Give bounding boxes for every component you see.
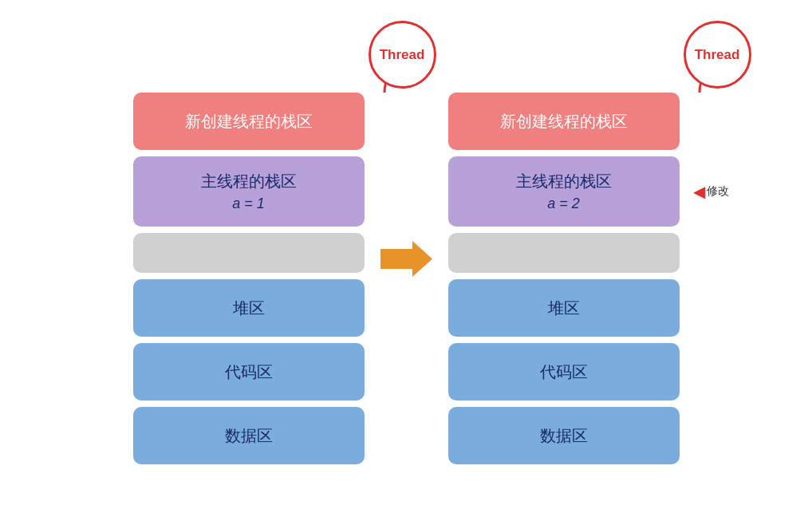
left-data-block: 数据区 xyxy=(133,407,365,464)
left-thread-label: Thread xyxy=(380,47,425,63)
right-main-thread-sublabel: a = 2 xyxy=(547,195,580,212)
modify-annotation: ◀ 修改 xyxy=(693,182,729,201)
left-main-thread-sublabel: a = 1 xyxy=(232,195,265,212)
left-heap-label: 堆区 xyxy=(233,298,265,319)
right-thread-badge-area: Thread xyxy=(656,25,743,100)
left-thread-circle: Thread xyxy=(369,21,436,89)
right-data-block: 数据区 xyxy=(448,407,680,464)
left-thread-badge-area: Thread xyxy=(341,25,428,100)
transition-arrow xyxy=(380,237,432,281)
left-main-thread-block: 主线程的栈区 a = 1 xyxy=(133,156,365,227)
right-memory-diagram: 新创建线程的栈区 主线程的栈区 a = 2 ◀ 修改 堆区 代码区 xyxy=(448,93,680,464)
right-heap-label: 堆区 xyxy=(548,298,580,319)
left-code-block: 代码区 xyxy=(133,343,365,401)
right-thread-circle: Thread xyxy=(684,21,751,89)
right-main-thread-label: 主线程的栈区 xyxy=(516,171,612,192)
left-heap-block: 堆区 xyxy=(133,279,365,337)
left-memory-diagram: 新创建线程的栈区 主线程的栈区 a = 1 堆区 代码区 数据区 xyxy=(133,93,365,464)
right-thread-label: Thread xyxy=(695,47,740,63)
modify-label: 修改 xyxy=(707,184,729,199)
right-main-thread-block: 主线程的栈区 a = 2 ◀ 修改 xyxy=(448,156,680,227)
right-diagram-wrapper: Thread 新创建线程的栈区 主线程的栈区 a = 2 ◀ 修改 xyxy=(448,93,680,464)
left-diagram-wrapper: Thread 新创建线程的栈区 主线程的栈区 a = 1 堆区 代码区 xyxy=(133,93,365,464)
left-data-label: 数据区 xyxy=(225,425,273,447)
modify-arrow-icon: ◀ xyxy=(693,182,705,201)
right-code-label: 代码区 xyxy=(540,361,588,383)
left-new-thread-label: 新创建线程的栈区 xyxy=(185,111,313,132)
right-new-thread-block: 新创建线程的栈区 xyxy=(448,93,680,150)
left-main-thread-label: 主线程的栈区 xyxy=(201,171,297,192)
left-code-label: 代码区 xyxy=(225,361,273,383)
right-arrow-icon xyxy=(380,237,432,281)
right-data-label: 数据区 xyxy=(540,425,588,447)
right-code-block: 代码区 xyxy=(448,343,680,401)
right-heap-block: 堆区 xyxy=(448,279,680,337)
left-gray-block xyxy=(133,233,365,273)
right-gray-block xyxy=(448,233,680,273)
left-new-thread-block: 新创建线程的栈区 xyxy=(133,93,365,150)
svg-marker-0 xyxy=(380,241,432,277)
main-container: Thread 新创建线程的栈区 主线程的栈区 a = 1 堆区 代码区 xyxy=(0,0,812,517)
right-new-thread-label: 新创建线程的栈区 xyxy=(500,111,628,132)
